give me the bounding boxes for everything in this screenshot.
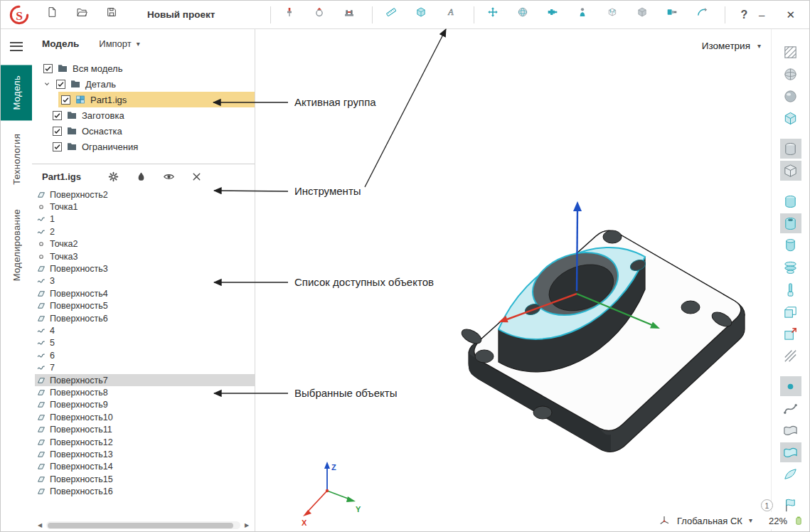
- fixture-button[interactable]: [336, 4, 366, 26]
- settings-button[interactable]: [107, 171, 119, 183]
- tree-item[interactable]: Ограничения: [50, 139, 255, 154]
- checkbox[interactable]: [61, 95, 70, 105]
- solid-cube-button[interactable]: [629, 4, 659, 26]
- checkbox[interactable]: [53, 142, 62, 151]
- surface-patch-button[interactable]: [780, 464, 801, 484]
- surface-icon: [36, 474, 46, 484]
- part-cylinder-button[interactable]: [780, 191, 801, 211]
- object-list-item[interactable]: 6: [35, 349, 255, 361]
- visibility-button[interactable]: [163, 171, 175, 183]
- view-faceted-button[interactable]: [780, 108, 801, 128]
- point-tool-button[interactable]: [780, 376, 801, 396]
- object-list-item[interactable]: Точка2: [35, 238, 255, 250]
- object-list-item[interactable]: Поверхность6: [35, 312, 255, 324]
- tab-modeling[interactable]: Моделирование: [1, 198, 32, 292]
- object-list-item[interactable]: Поверхность2: [35, 188, 255, 201]
- scroll-left-arrow[interactable]: ◀: [35, 522, 45, 528]
- surface-wave-button[interactable]: [780, 420, 801, 440]
- close-button[interactable]: ✕: [786, 9, 795, 21]
- object-list-item[interactable]: Поверхность8: [35, 386, 255, 398]
- folder-icon: [70, 78, 81, 90]
- object-list-item[interactable]: Поверхность4: [35, 287, 255, 299]
- chuck-button[interactable]: [659, 4, 689, 26]
- tree-item[interactable]: Деталь: [39, 76, 255, 92]
- text-a-icon: A: [445, 6, 462, 23]
- object-list-item[interactable]: Поверхность3: [35, 262, 255, 275]
- expander-icon[interactable]: [42, 79, 52, 89]
- mesh-sphere-button[interactable]: [510, 4, 540, 26]
- chevron-down-icon[interactable]: ▾: [749, 517, 752, 524]
- object-list-item[interactable]: Поверхность9: [35, 399, 255, 411]
- part-box-arrow-button[interactable]: [780, 324, 801, 344]
- scroll-right-arrow[interactable]: ▶: [242, 522, 252, 528]
- tree-item[interactable]: Заготовка: [50, 107, 255, 123]
- rotary-axes-button[interactable]: [307, 4, 336, 26]
- minimize-button[interactable]: –: [759, 9, 764, 21]
- new-project-button[interactable]: [39, 4, 69, 26]
- spline-tool-button[interactable]: [780, 398, 801, 418]
- view-shaded-button[interactable]: [780, 86, 801, 106]
- menu-button[interactable]: [10, 39, 23, 53]
- annotation-text-button[interactable]: A: [438, 4, 468, 26]
- save-project-button[interactable]: [99, 4, 129, 26]
- stock-box-button[interactable]: [780, 161, 801, 181]
- horizontal-scrollbar[interactable]: ◀ ▶: [32, 521, 255, 531]
- lathe-part-button[interactable]: [540, 4, 570, 26]
- view-wireframe-button[interactable]: [780, 42, 801, 62]
- open-project-button[interactable]: [69, 4, 99, 26]
- object-list-item[interactable]: 3: [35, 275, 255, 287]
- tab-model[interactable]: Модель: [1, 65, 32, 120]
- measure-button[interactable]: [378, 4, 408, 26]
- 3d-viewport[interactable]: Изометрия ▾: [255, 29, 771, 531]
- coordinate-system-selector[interactable]: Глобальная СК: [677, 516, 742, 526]
- import-dropdown[interactable]: Импорт ▾: [99, 38, 139, 49]
- machine-setup-button[interactable]: [277, 4, 307, 26]
- close-button[interactable]: [191, 171, 203, 183]
- scrollbar-track[interactable]: [46, 521, 240, 529]
- view-selector[interactable]: Изометрия ▾: [702, 41, 761, 51]
- help-button[interactable]: ?: [731, 4, 757, 26]
- notification-badge[interactable]: 1: [761, 499, 773, 511]
- object-list-item[interactable]: 7: [35, 361, 255, 373]
- tree-item[interactable]: Вся модель: [41, 60, 255, 76]
- bounding-box-button[interactable]: [408, 4, 438, 26]
- tree-item[interactable]: Part1.igs: [58, 92, 255, 107]
- part-cylinder-hollow-button[interactable]: [780, 213, 801, 233]
- scrollbar-thumb[interactable]: [48, 523, 233, 528]
- surface-icon: [36, 425, 46, 435]
- checkbox[interactable]: [43, 64, 53, 73]
- checkbox[interactable]: [56, 80, 65, 89]
- curve-link-button[interactable]: [689, 4, 719, 26]
- object-list-item[interactable]: Точка3: [35, 250, 255, 262]
- object-list-item[interactable]: Поверхность11: [35, 423, 255, 435]
- part-cup-button[interactable]: [780, 235, 801, 255]
- view-shaded-wireframe-button[interactable]: [780, 64, 801, 84]
- surface-wave-active-button[interactable]: [780, 442, 801, 462]
- part-pin-button[interactable]: [780, 280, 801, 299]
- lattice-button[interactable]: [599, 4, 629, 26]
- object-list-item[interactable]: Поверхность7: [35, 374, 255, 386]
- part-sheet-button[interactable]: [780, 302, 801, 321]
- object-list-item[interactable]: Поверхность10: [35, 411, 255, 423]
- hatch-section-button[interactable]: [780, 346, 801, 366]
- tree-item[interactable]: Оснастка: [50, 123, 255, 139]
- object-list-item[interactable]: Поверхность16: [35, 485, 255, 497]
- stock-define-button[interactable]: [780, 139, 801, 159]
- object-list-item[interactable]: Поверхность15: [35, 473, 255, 485]
- color-button[interactable]: [135, 171, 147, 183]
- object-list-item[interactable]: Поверхность14: [35, 461, 255, 473]
- object-list-item[interactable]: Поверхность5: [35, 300, 255, 312]
- tab-technology[interactable]: Технология: [1, 123, 32, 196]
- object-list-item[interactable]: Поверхность13: [35, 448, 255, 460]
- checkbox[interactable]: [53, 127, 62, 136]
- object-list-item[interactable]: 5: [35, 337, 255, 349]
- assembly-button[interactable]: [570, 4, 599, 26]
- object-list-item[interactable]: 1: [35, 213, 255, 225]
- object-list-item[interactable]: Точка1: [35, 201, 255, 213]
- transform-move-button[interactable]: [480, 4, 510, 26]
- object-list-item[interactable]: Поверхность12: [35, 436, 255, 448]
- object-list-item[interactable]: 4: [35, 324, 255, 336]
- part-discs-button[interactable]: [780, 257, 801, 277]
- checkbox[interactable]: [53, 111, 62, 120]
- object-list-item[interactable]: 2: [35, 225, 255, 238]
